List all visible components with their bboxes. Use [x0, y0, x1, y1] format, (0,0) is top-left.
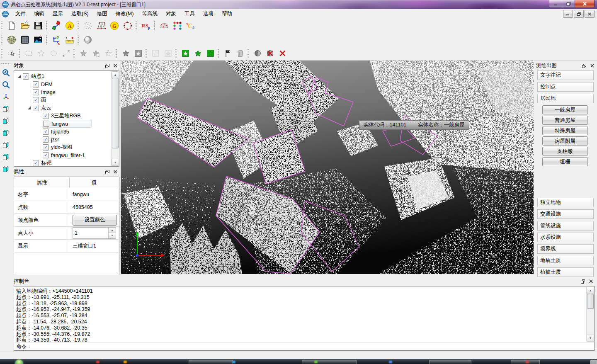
taskbar-icon[interactable]: [124, 361, 127, 363]
mdi-minimize-button[interactable]: [563, 10, 573, 18]
star-in-box-button[interactable]: [132, 48, 144, 59]
checkbox-unchecked[interactable]: [43, 121, 49, 127]
tree-item-jzsr[interactable]: ✓jzsr: [15, 136, 112, 143]
mapping-button-房屋附属[interactable]: 房屋附属: [542, 136, 588, 146]
mapping-category-植被土质[interactable]: 植被土质: [537, 267, 594, 277]
annotation-a-button[interactable]: A: [63, 20, 76, 32]
checkbox-checked[interactable]: ✓: [43, 129, 49, 135]
mapping-category-居民地[interactable]: 居民地: [537, 94, 594, 103]
mapping-panel-close-icon[interactable]: [590, 63, 595, 68]
taskbar-app-button[interactable]: [189, 360, 233, 364]
cube-iso-button[interactable]: [0, 163, 11, 175]
checkbox-checked[interactable]: ✓: [33, 97, 39, 103]
tree-item-yldx-视图[interactable]: ✓yldx-视图: [15, 143, 112, 151]
box-select-in-button[interactable]: [149, 48, 162, 59]
mapping-button-垣栅[interactable]: 垣栅: [542, 157, 588, 166]
scroll-up-icon[interactable]: ▲: [112, 71, 119, 78]
point-sample-gray-button[interactable]: [81, 20, 95, 32]
menu-绘图[interactable]: 绘图: [93, 10, 112, 18]
crop-outside-green-button[interactable]: [204, 48, 216, 59]
mapping-category-境界线[interactable]: 境界线: [537, 244, 594, 254]
menu-显示[interactable]: 显示: [49, 10, 67, 18]
expander-icon[interactable]: [18, 75, 21, 78]
console-close-icon[interactable]: [588, 279, 594, 284]
checkbox-checked[interactable]: ✓: [33, 89, 39, 95]
object-panel-float-icon[interactable]: [104, 63, 110, 68]
taskbar-icon[interactable]: [314, 361, 318, 363]
tree-item-Image[interactable]: ✓Image: [15, 88, 112, 96]
measure-ruler-button[interactable]: [63, 34, 76, 46]
console-float-icon[interactable]: [580, 279, 585, 284]
taskbar-icon[interactable]: [96, 361, 100, 363]
tree-item-fangwu_filter-1[interactable]: ✓fangwu_filter-1: [15, 151, 112, 159]
select-polygon-button[interactable]: [35, 48, 47, 59]
checkbox-checked[interactable]: ✓: [33, 160, 39, 166]
mapping-button-普通房屋[interactable]: 普通房屋: [542, 116, 588, 125]
checkbox-checked[interactable]: ✓: [33, 105, 39, 111]
color-grid-button[interactable]: [171, 20, 184, 32]
checkbox-checked[interactable]: ✓: [33, 81, 39, 87]
menu-修改(M)[interactable]: 修改(M): [112, 10, 138, 18]
expander-icon[interactable]: [28, 107, 31, 109]
c-convert-button[interactable]: C12: [184, 20, 197, 32]
sphere-hide-button[interactable]: [264, 48, 276, 59]
checkbox-checked[interactable]: ✓: [43, 152, 49, 158]
cube-left-button[interactable]: [0, 127, 11, 138]
properties-panel-float-icon[interactable]: [104, 169, 110, 175]
mapping-category-独立地物[interactable]: 独立地物: [537, 198, 594, 207]
scroll-up-icon[interactable]: ▲: [587, 287, 594, 294]
minimize-button[interactable]: [549, 0, 562, 8]
stepper-up-icon[interactable]: ▲: [109, 228, 116, 233]
checkbox-checked[interactable]: ✓: [23, 73, 29, 80]
title-bar[interactable]: 鼎创点云处理系统(测绘出图) V2.1.0-test.project - [三维…: [0, 0, 597, 9]
g-circle-button[interactable]: G: [108, 20, 121, 32]
checkbox-checked[interactable]: ✓: [43, 144, 49, 150]
tree-item-标靶[interactable]: ✓标靶: [15, 159, 112, 166]
tree-item-点云[interactable]: ✓点云: [15, 104, 112, 112]
tree-item-fangwu[interactable]: fangwu: [15, 120, 112, 128]
tree-item-3三星堆RGB[interactable]: ✓3三星堆RGB: [15, 112, 112, 120]
tin-mesh-button[interactable]: [95, 20, 108, 32]
mapping-button-特殊房屋[interactable]: 特殊房屋: [542, 126, 588, 135]
image-view-button[interactable]: [32, 34, 45, 46]
menu-文件[interactable]: 文件: [11, 10, 30, 18]
object-panel-close-icon[interactable]: [113, 63, 118, 68]
checkbox-checked[interactable]: ✓: [43, 136, 49, 143]
stepper-down-icon[interactable]: ▼: [109, 233, 116, 238]
registration-arrows-button[interactable]: [50, 20, 63, 32]
select-line-button[interactable]: [60, 48, 72, 59]
object-panel-titlebar[interactable]: 对象: [12, 61, 120, 70]
menu-选取(S)[interactable]: 选取(S): [67, 10, 93, 18]
select-cursor-button[interactable]: [5, 48, 17, 59]
select-sub-star-button[interactable]: [90, 48, 102, 59]
taskbar-icon[interactable]: [526, 361, 529, 363]
point-size-stepper[interactable]: 1▲▼: [73, 227, 116, 239]
flag-mark-button[interactable]: [221, 48, 234, 59]
scroll-thumb[interactable]: [112, 78, 119, 148]
mapping-button-一般房屋[interactable]: 一般房屋: [542, 105, 588, 114]
start-orb-icon[interactable]: [15, 359, 23, 364]
mapping-panel-float-icon[interactable]: [581, 63, 587, 68]
select-lasso-button[interactable]: [47, 48, 60, 59]
keep-star-green-button[interactable]: [192, 48, 204, 59]
new-file-button[interactable]: [5, 20, 18, 32]
mapping-button-支柱墩[interactable]: 支柱墩: [542, 147, 588, 156]
menu-对象[interactable]: 对象: [162, 10, 180, 18]
star-solid-button[interactable]: [119, 48, 132, 59]
mdi-close-button[interactable]: [585, 10, 595, 18]
menu-帮助[interactable]: 帮助: [218, 10, 236, 18]
circle-points-button[interactable]: [121, 20, 134, 32]
menu-等高线[interactable]: 等高线: [138, 10, 162, 18]
taskbar-app-button[interactable]: [429, 360, 471, 364]
cube-front-button[interactable]: [0, 115, 11, 126]
rs-p-button[interactable]: RSp: [139, 20, 153, 32]
mapping-category-地貌土质[interactable]: 地貌土质: [537, 256, 594, 265]
tree-item-fujian35[interactable]: ✓fujian35: [15, 128, 112, 136]
cube-right-button[interactable]: [0, 139, 11, 150]
cube-back-button[interactable]: [0, 151, 11, 163]
mapping-category-管线设施[interactable]: 管线设施: [537, 221, 594, 231]
console-titlebar[interactable]: 控制台: [12, 277, 596, 286]
delete-trash-button[interactable]: [234, 48, 246, 59]
close-button[interactable]: [575, 0, 595, 8]
properties-panel-close-icon[interactable]: [113, 169, 118, 175]
